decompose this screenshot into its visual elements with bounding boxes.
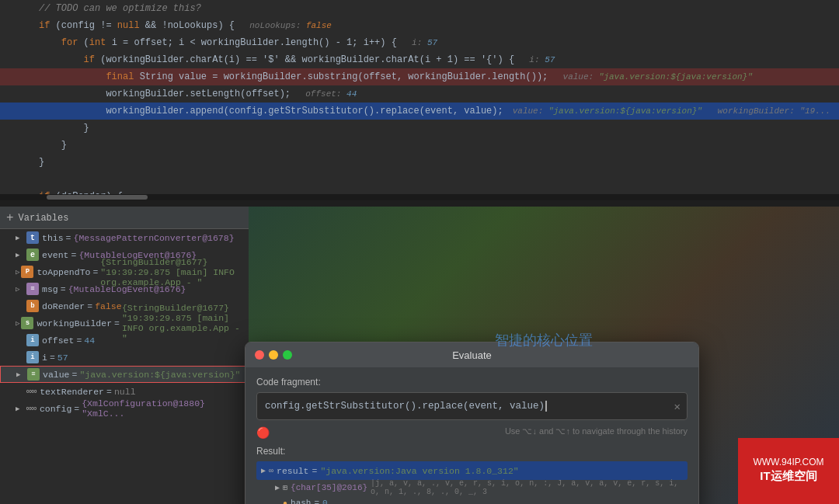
red-badge: WWW.94IP.COM IT运维空间: [738, 438, 839, 504]
result-sub-hash[interactable]: ▷ ● hash = 0: [256, 495, 688, 504]
code-line-comment: // TODO can we optimize this?: [0, 0, 839, 17]
expand-chars-icon: ▶: [275, 483, 280, 492]
variables-panel: + Variables ▶ t this = {MessagePatternCo…: [0, 207, 249, 504]
result-label: Result:: [256, 446, 688, 457]
code-line-8: }: [0, 137, 839, 154]
value-icon: ≡: [27, 368, 40, 381]
code-line-9: }: [0, 154, 839, 171]
code-line-5: workingBuilder.setLength(offset); offset…: [0, 85, 839, 103]
result-item-main[interactable]: ▶ ∞ result = "java.version:Java version …: [256, 461, 688, 480]
expand-icon: ▶: [16, 405, 25, 413]
offset-icon: i: [26, 334, 39, 346]
result-section: Result: ▶ ∞ result = "java.version:Java …: [256, 446, 688, 504]
workingbuilder-icon: s: [21, 317, 33, 329]
expand-icon: ▶: [16, 370, 26, 379]
var-item-i[interactable]: ▷ i i = 57: [0, 349, 249, 366]
variables-label: Variables: [19, 213, 69, 224]
var-item-textrenderer[interactable]: ▷ ∞∞ textRenderer = null: [0, 383, 249, 400]
result-sub-chars[interactable]: ▶ ⊞ {char[35]@2016} |j, a, v, a, ., v, e…: [256, 480, 688, 495]
code-fragment-label: Code fragment:: [256, 377, 688, 388]
code-line-6-selected: workingBuilder.append(config.getStrSubst…: [0, 103, 839, 120]
toappendto-icon: P: [21, 266, 33, 278]
result-value: "java.version:Java version 1.8.0_312": [320, 466, 518, 476]
code-line-7: }: [0, 120, 839, 137]
var-item-this[interactable]: ▶ t this = {MessagePatternConverter@1678…: [0, 229, 249, 246]
code-line-1: if (config != null && !noLookups) { noLo…: [0, 17, 839, 34]
this-icon: t: [26, 231, 39, 244]
expand-icon: ▷: [16, 319, 19, 328]
event-icon: e: [26, 249, 39, 261]
expand-result-icon: ▶: [261, 466, 266, 475]
config-icon: ∞∞: [26, 404, 37, 413]
code-line-2: for (int i = offset; i < workingBuilder.…: [0, 34, 839, 51]
chars-preview: |j, a, v, a, ., v, e, r, s, i, o, n, :, …: [371, 479, 688, 496]
code-fragment-text: config.getStrSubstitutor().replace(event…: [265, 401, 545, 412]
msg-icon: ≡: [26, 283, 39, 295]
result-name: result: [277, 466, 308, 476]
code-line-3: if (workingBuilder.charAt(i) == '$' && w…: [0, 51, 839, 68]
expand-icon: ▶: [16, 251, 25, 259]
code-fragment-box[interactable]: config.getStrSubstitutor().replace(event…: [256, 392, 688, 420]
hash-value: 0: [322, 499, 328, 504]
expand-icon: ▶: [16, 234, 25, 242]
debug-icon: 🔴: [256, 426, 270, 440]
hash-icon: ●: [283, 499, 287, 505]
modal-body: Code fragment: config.getStrSubstitutor(…: [245, 367, 698, 504]
traffic-lights: [255, 350, 292, 360]
code-line-4-error: final String value = workingBuilder.subs…: [0, 68, 839, 85]
expand-icon: ▷: [16, 285, 25, 294]
badge-title: IT运维空间: [760, 469, 816, 484]
hash-eq: =: [314, 499, 319, 504]
modal-titlebar: Evaluate: [245, 342, 698, 367]
result-eq: =: [312, 466, 317, 476]
minimize-button[interactable]: [269, 350, 278, 360]
badge-url: WWW.94IP.COM: [753, 457, 823, 468]
textrenderer-icon: ∞∞: [26, 387, 37, 396]
hash-name: hash: [291, 499, 311, 504]
code-scrollbar-thumb[interactable]: [47, 195, 148, 200]
code-scrollbar[interactable]: [0, 194, 839, 200]
chars-name: {char[35]@2016}: [291, 483, 367, 492]
variables-panel-header: + Variables: [0, 207, 249, 229]
infinity-icon: ∞: [269, 467, 273, 475]
text-cursor: [545, 401, 547, 412]
var-item-config[interactable]: ▶ ∞∞ config = {XmlConfiguration@1880} "X…: [0, 400, 249, 417]
expand-icon: ▷: [16, 268, 19, 276]
code-editor: // TODO can we optimize this? if (config…: [0, 0, 839, 200]
var-item-toappendto[interactable]: ▷ P toAppendTo = {StringBuilder@1677} "1…: [0, 263, 249, 280]
maximize-button[interactable]: [283, 350, 292, 360]
var-item-value[interactable]: ▶ ≡ value = "java.version:${java:version…: [0, 366, 249, 383]
modal-title: Evaluate: [452, 349, 492, 361]
chars-icon: ⊞: [283, 483, 287, 492]
evaluate-modal: Evaluate Code fragment: config.getStrSub…: [245, 342, 699, 504]
code-line-empty: [0, 171, 839, 188]
add-watch-button[interactable]: +: [6, 211, 14, 225]
dorender-icon: b: [26, 300, 39, 312]
nav-hint: Use ⌥↓ and ⌥↑ to navigate through the hi…: [505, 426, 688, 436]
var-item-workingbuilder[interactable]: ▷ s workingBuilder = {StringBuilder@1677…: [0, 315, 249, 332]
panel-divider: [0, 200, 839, 207]
clear-button[interactable]: ✕: [674, 400, 681, 413]
close-button[interactable]: [255, 350, 264, 360]
i-icon: i: [26, 351, 39, 363]
